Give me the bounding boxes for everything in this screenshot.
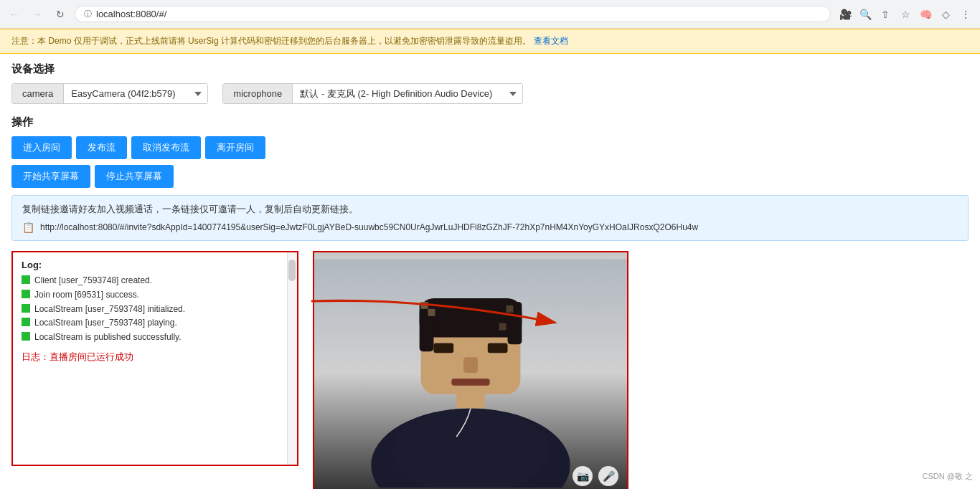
start-screen-button[interactable]: 开始共享屏幕: [11, 165, 90, 188]
camera-select[interactable]: EasyCamera (04f2:b579): [64, 84, 207, 103]
forward-button[interactable]: →: [29, 6, 46, 23]
svg-rect-10: [488, 343, 508, 353]
log-dot-1: [22, 275, 30, 284]
bottom-section: Log: Client [user_7593748] created. Join…: [11, 251, 969, 489]
warning-banner: 注意：本 Demo 仅用于调试，正式上线前请将 UserSig 计算代码和密钥迁…: [0, 29, 980, 54]
log-entry-1: Client [user_7593748] created.: [22, 275, 288, 287]
page-content: 注意：本 Demo 仅用于调试，正式上线前请将 UserSig 计算代码和密钥迁…: [0, 29, 980, 489]
screen-btn-row: 开始共享屏幕 停止共享屏幕: [11, 165, 969, 188]
log-text-2: Join room [69531] success.: [34, 289, 139, 301]
warning-link[interactable]: 查看文档: [534, 35, 568, 47]
bookmark-icon[interactable]: ☆: [897, 6, 914, 23]
log-text-5: LocalStream is published successfully.: [34, 331, 182, 343]
browser-chrome: ← → ↻ ⓘ localhost:8080/#/ 🎥 🔍 ⇧ ☆ 🧠 ◇ ⋮: [0, 0, 980, 29]
invite-description: 复制链接邀请好友加入视频通话，一条链接仅可邀请一人，复制后自动更新链接。: [22, 203, 958, 216]
log-entry-2: Join room [69531] success.: [22, 289, 288, 301]
device-row: camera EasyCamera (04f2:b579) microphone…: [11, 83, 969, 104]
svg-rect-14: [428, 309, 435, 316]
primary-btn-row: 进入房间 发布流 取消发布流 离开房间: [11, 136, 969, 159]
profile-icon[interactable]: ◇: [937, 6, 954, 23]
log-dot-2: [22, 290, 30, 298]
log-title: Log:: [22, 260, 288, 270]
share-icon[interactable]: ⇧: [877, 6, 894, 23]
log-panel: Log: Client [user_7593748] created. Join…: [11, 251, 298, 466]
menu-icon[interactable]: ⋮: [957, 6, 974, 23]
video-panel: 📷 🎤: [313, 251, 628, 489]
camera-group: camera EasyCamera (04f2:b579): [11, 83, 208, 104]
copy-icon[interactable]: 📋: [22, 222, 34, 233]
svg-rect-15: [507, 305, 514, 313]
video-controls: 📷 🎤: [573, 466, 618, 486]
person-svg: [314, 258, 627, 488]
log-entry-4: LocalStream [user_7593748] playing.: [22, 317, 288, 329]
svg-rect-11: [463, 357, 478, 373]
reload-button[interactable]: ↻: [52, 6, 69, 23]
svg-rect-6: [420, 298, 522, 338]
svg-rect-13: [421, 302, 428, 309]
svg-rect-9: [433, 343, 453, 353]
invite-box: 复制链接邀请好友加入视频通话，一条链接仅可邀请一人，复制后自动更新链接。 📋 h…: [11, 195, 969, 241]
zoom-icon[interactable]: 🔍: [857, 6, 874, 23]
invite-url[interactable]: http://localhost:8080/#/invite?sdkAppId=…: [40, 222, 958, 232]
invite-link-row: 📋 http://localhost:8080/#/invite?sdkAppI…: [22, 222, 958, 233]
leave-room-button[interactable]: 离开房间: [205, 136, 265, 159]
warning-text: 注意：本 Demo 仅用于调试，正式上线前请将 UserSig 计算代码和密钥迁…: [11, 35, 531, 47]
camera-control-button[interactable]: 📷: [573, 466, 593, 486]
log-status: 日志：直播房间已运行成功: [22, 351, 288, 364]
enter-room-button[interactable]: 进入房间: [11, 136, 72, 159]
log-entry-3: LocalStream [user_7593748] initialized.: [22, 303, 288, 315]
unpublish-button[interactable]: 取消发布流: [131, 136, 201, 159]
url-text: localhost:8080/#/: [96, 9, 166, 19]
svg-rect-12: [451, 379, 490, 386]
log-dot-4: [22, 318, 30, 326]
stop-screen-button[interactable]: 停止共享屏幕: [95, 165, 174, 188]
microphone-label: microphone: [223, 84, 293, 103]
operations-title: 操作: [11, 115, 969, 129]
log-text-1: Client [user_7593748] created.: [34, 275, 152, 287]
toolbar-icons: 🎥 🔍 ⇧ ☆ 🧠 ◇ ⋮: [837, 6, 974, 23]
microphone-group: microphone 默认 - 麦克风 (2- High Definition …: [222, 83, 523, 104]
camera-label: camera: [12, 84, 64, 103]
lock-icon: ⓘ: [84, 9, 92, 19]
video-background: [314, 252, 627, 489]
scrollbar[interactable]: [287, 252, 297, 465]
publish-button[interactable]: 发布流: [76, 136, 127, 159]
extensions-icon[interactable]: 🧠: [917, 6, 934, 23]
svg-rect-16: [499, 323, 507, 331]
address-bar[interactable]: ⓘ localhost:8080/#/: [75, 6, 831, 22]
operations-section: 操作 进入房间 发布流 取消发布流 离开房间 开始共享屏幕 停止共享屏幕: [11, 115, 969, 188]
watermark: CSDN @敬 之: [923, 471, 973, 482]
back-button[interactable]: ←: [6, 6, 23, 23]
log-dot-3: [22, 304, 30, 313]
log-text-3: LocalStream [user_7593748] initialized.: [34, 303, 185, 315]
main-content: 设备选择 camera EasyCamera (04f2:b579) micro…: [0, 54, 980, 489]
log-text-4: LocalStream [user_7593748] playing.: [34, 317, 177, 329]
device-section-title: 设备选择: [11, 62, 969, 76]
scroll-thumb: [288, 260, 296, 281]
microphone-select[interactable]: 默认 - 麦克风 (2- High Definition Audio Devic…: [293, 84, 522, 103]
log-entry-5: LocalStream is published successfully.: [22, 331, 288, 343]
log-dot-5: [22, 332, 30, 341]
mic-control-button[interactable]: 🎤: [598, 466, 618, 486]
video-icon[interactable]: 🎥: [837, 6, 854, 23]
